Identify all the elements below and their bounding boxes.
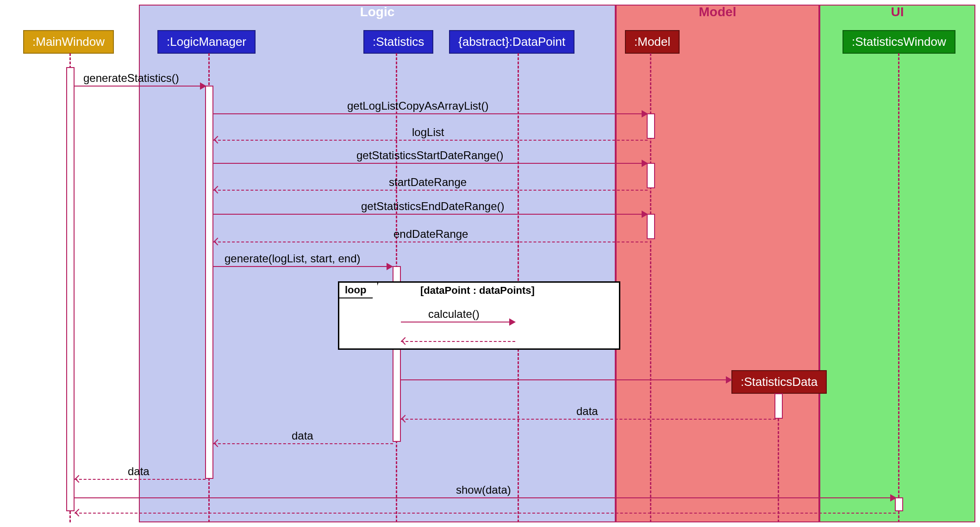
msg-label-loglist: logList	[412, 126, 444, 139]
region-logic-title: Logic	[140, 5, 615, 19]
arrow-generatestats	[200, 82, 206, 90]
msg-line-data2	[213, 443, 393, 444]
fragment-loop-guard: [dataPoint : dataPoints]	[420, 285, 535, 297]
msg-label-generatestats: generateStatistics()	[83, 72, 179, 85]
region-model: Model	[616, 5, 819, 522]
activation-mainwindow	[66, 67, 75, 511]
msg-line-loglist	[213, 140, 648, 141]
arrow-data3	[75, 475, 83, 483]
msg-line-getstartdate	[213, 163, 648, 164]
msg-label-getenddate: getStatisticsEndDateRange()	[361, 200, 505, 213]
msg-line-enddaterange	[213, 242, 648, 242]
participant-logicmanager: :LogicManager	[157, 30, 256, 54]
msg-line-create-statsdata	[401, 379, 730, 380]
activation-logicmanager	[205, 86, 213, 479]
msg-label-getstartdate: getStatisticsStartDateRange()	[356, 149, 503, 162]
region-model-title: Model	[617, 5, 818, 19]
msg-label-calculate: calculate()	[428, 308, 480, 321]
participant-model: :Model	[625, 30, 680, 54]
arrow-show-return	[75, 509, 83, 517]
msg-label-generate: generate(logList, start, end)	[225, 252, 361, 265]
arrow-calculate	[509, 318, 516, 326]
sequence-diagram: Logic Model UI :MainWindow :LogicManager…	[5, 5, 975, 522]
msg-label-data2: data	[292, 429, 313, 442]
msg-label-data3: data	[128, 465, 150, 478]
msg-line-calculate-return	[401, 341, 515, 342]
msg-line-getenddate	[213, 214, 648, 215]
msg-line-data3	[75, 479, 206, 480]
participant-statistics: :Statistics	[363, 30, 433, 54]
msg-line-startdaterange	[213, 190, 648, 191]
arrow-generate	[387, 263, 393, 270]
msg-line-show	[75, 497, 896, 498]
msg-line-data1	[401, 419, 776, 420]
region-ui: UI	[819, 5, 975, 522]
activation-statisticsdata	[774, 393, 783, 419]
arrow-getstartdate	[642, 160, 648, 167]
fragment-loop-label: loop	[339, 283, 378, 298]
msg-line-getloglist	[213, 113, 648, 114]
msg-label-enddaterange: endDateRange	[393, 228, 468, 241]
region-ui-title: UI	[820, 5, 974, 19]
arrow-getenddate	[642, 211, 648, 218]
participant-datapoint: {abstract}:DataPoint	[449, 30, 574, 54]
participant-statisticswindow: :StatisticsWindow	[843, 30, 955, 54]
participant-statisticsdata: :StatisticsData	[731, 370, 827, 394]
msg-label-show: show(data)	[456, 484, 511, 496]
msg-label-data1: data	[576, 405, 598, 418]
arrow-show	[890, 494, 897, 502]
lifeline-statisticswindow	[898, 53, 899, 522]
msg-label-getloglist: getLogListCopyAsArrayList()	[347, 99, 488, 112]
arrow-create-statsdata	[726, 376, 732, 384]
arrow-getloglist	[642, 110, 648, 118]
msg-line-generatestats	[75, 86, 206, 87]
participant-mainwindow: :MainWindow	[23, 30, 114, 54]
msg-line-calculate	[401, 322, 515, 322]
msg-line-show-return	[75, 513, 896, 514]
msg-line-generate	[213, 266, 392, 267]
msg-label-startdaterange: startDateRange	[389, 176, 467, 189]
